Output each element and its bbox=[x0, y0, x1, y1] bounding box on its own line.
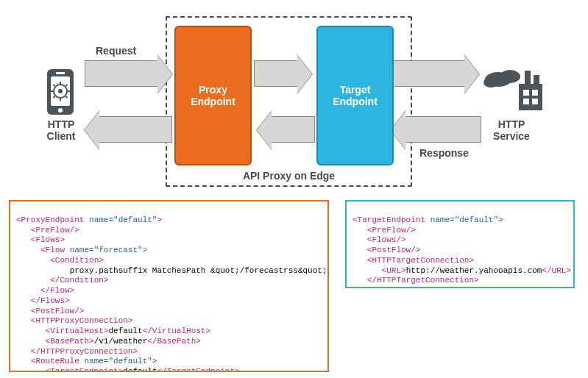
c: </Flows> bbox=[31, 296, 70, 305]
svg-rect-22 bbox=[523, 99, 529, 104]
c: > bbox=[152, 357, 157, 365]
c: </URL> bbox=[542, 266, 571, 275]
svg-rect-6 bbox=[60, 98, 61, 101]
c: <Flows> bbox=[31, 235, 65, 244]
c: <ProxyEndpoint bbox=[16, 215, 89, 224]
svg-rect-17 bbox=[519, 84, 542, 110]
c: </TargetEndpoint> bbox=[353, 286, 435, 288]
c: /v1/weather bbox=[94, 337, 148, 346]
http-service-icon bbox=[482, 65, 545, 118]
svg-rect-19 bbox=[534, 75, 539, 85]
c: default bbox=[123, 367, 157, 372]
c: name="default" bbox=[89, 215, 157, 224]
proxy-endpoint-box: Proxy Endpoint bbox=[174, 26, 252, 165]
c: </HTTPProxyConnection> bbox=[31, 347, 138, 356]
target-code-box: <TargetEndpoint name="default"> <PreFlow… bbox=[345, 200, 575, 288]
c: proxy.pathsuffix MatchesPath &quot;/fore… bbox=[70, 266, 327, 275]
c: <URL> bbox=[382, 266, 406, 275]
c: name="forecast" bbox=[70, 246, 143, 254]
svg-rect-23 bbox=[532, 99, 538, 104]
svg-rect-18 bbox=[525, 71, 531, 85]
c: <HTTPTargetConnection> bbox=[367, 256, 474, 265]
svg-rect-3 bbox=[56, 72, 65, 74]
svg-point-13 bbox=[58, 89, 63, 93]
c: <PreFlow/> bbox=[31, 226, 79, 235]
arrow-response-2 bbox=[271, 116, 315, 143]
c: name="default" bbox=[431, 215, 498, 224]
c: </VirtualHost> bbox=[143, 327, 210, 335]
c: <HTTPProxyConnection> bbox=[31, 316, 133, 325]
arrow-response-1 bbox=[99, 116, 172, 143]
c: <Condition> bbox=[50, 256, 104, 265]
c: <BasePath> bbox=[46, 337, 94, 346]
c: </Condition> bbox=[50, 276, 108, 285]
svg-point-2 bbox=[58, 108, 63, 113]
svg-rect-5 bbox=[60, 82, 61, 85]
http-client-icon bbox=[44, 68, 77, 119]
svg-rect-8 bbox=[67, 90, 70, 92]
http-service-label: HTTP Service bbox=[486, 118, 537, 142]
arrow-request-3 bbox=[384, 60, 465, 87]
request-label: Request bbox=[96, 45, 136, 57]
target-endpoint-box: Target Endpoint bbox=[316, 26, 394, 165]
c: <PreFlow/> bbox=[367, 226, 416, 235]
c: <PostFlow/> bbox=[367, 246, 421, 254]
c: <TargetEndpoint bbox=[353, 215, 431, 224]
c: <RouteRule bbox=[31, 357, 85, 365]
svg-rect-21 bbox=[532, 90, 538, 96]
http-client-label: HTTP Client bbox=[40, 118, 82, 142]
arrow-response-3 bbox=[405, 116, 481, 143]
c: > bbox=[157, 215, 162, 224]
svg-rect-20 bbox=[523, 90, 529, 96]
c: </BasePath> bbox=[147, 337, 201, 346]
c: <Flows/> bbox=[367, 235, 406, 244]
response-label: Response bbox=[419, 147, 469, 159]
arrow-request-2 bbox=[254, 60, 298, 87]
arrow-request-1 bbox=[85, 60, 158, 87]
proxy-code-box: <ProxyEndpoint name="default"> <PreFlow/… bbox=[9, 200, 329, 372]
c: <Flow bbox=[40, 246, 70, 254]
c: <VirtualHost> bbox=[46, 327, 109, 335]
c: > bbox=[143, 246, 148, 254]
c: http://weather.yahooapis.com bbox=[406, 266, 542, 275]
c: </HTTPTargetConnection> bbox=[367, 276, 479, 285]
proxy-container-title: API Proxy on Edge bbox=[166, 170, 412, 182]
svg-point-16 bbox=[483, 77, 498, 88]
c: </TargetEndpoint> bbox=[157, 367, 239, 372]
c: > bbox=[498, 215, 503, 224]
c: default bbox=[108, 327, 142, 335]
c: <TargetEndpoint> bbox=[46, 367, 124, 372]
c: <PostFlow/> bbox=[31, 307, 85, 315]
svg-point-15 bbox=[500, 70, 520, 83]
c: </Flow> bbox=[40, 286, 74, 295]
c: name="default" bbox=[84, 357, 152, 365]
svg-rect-7 bbox=[51, 90, 54, 92]
